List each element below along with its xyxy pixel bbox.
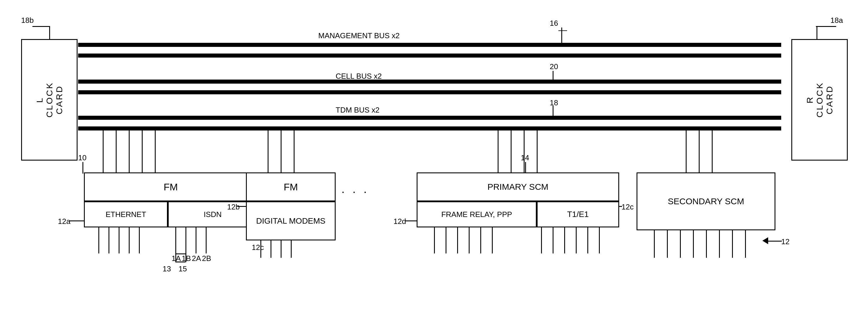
pin-eth-4 [129, 228, 130, 253]
pin-sscm-2 [667, 230, 668, 258]
ref12b-line [237, 206, 247, 207]
pin-eth-1 [98, 228, 99, 253]
primary-scm-label: PRIMARY SCM [488, 181, 549, 193]
pin-t1e1-4 [576, 228, 577, 253]
dots-label: · · · [341, 185, 369, 198]
pin-pscm-2 [445, 228, 446, 253]
vert-fm1-4 [142, 130, 143, 173]
ref14-line [525, 162, 526, 173]
vert-scm1-2 [511, 130, 512, 173]
ref-1A: 1A [172, 254, 181, 263]
fm2-box: FM [246, 173, 336, 201]
frame-relay-label: FRAME RELAY, PPP [441, 209, 512, 220]
primary-scm-box: PRIMARY SCM [416, 173, 619, 201]
vert-fm2-3 [294, 130, 294, 173]
ref-10: 10 [78, 153, 87, 162]
ref18a-line [816, 26, 836, 27]
pin-pscm-6 [492, 228, 493, 253]
pin-sscm-3 [680, 230, 681, 258]
ref-18: 18 [550, 98, 558, 107]
ref-2A: 2A [192, 254, 201, 263]
ref16-arrow [561, 28, 562, 43]
digital-modems-label: DIGITAL MODEMS [256, 215, 326, 226]
cell-bus-top [78, 80, 781, 84]
pin-t1e1-1 [541, 228, 542, 253]
vert-fm1-3 [129, 130, 130, 173]
ref12-arrowhead [763, 237, 768, 244]
vert-scm1-4 [537, 130, 537, 173]
pin-eth-2 [108, 228, 110, 253]
ref-14: 14 [521, 153, 529, 162]
ref20-arrow [553, 71, 554, 80]
management-bus-top [78, 43, 781, 47]
l-clock-card-label: L CLOCK CARD [35, 82, 64, 118]
ref-15: 15 [179, 265, 187, 273]
ref-20: 20 [550, 62, 558, 71]
fm1-box: FM [84, 173, 257, 201]
pin-sscm-8 [745, 230, 746, 258]
pin-pscm-4 [469, 228, 470, 253]
pin-isdn-2a [195, 228, 196, 253]
isdn-label: ISDN [204, 210, 222, 219]
ref12a-line [69, 220, 85, 221]
management-bus-label: MANAGEMENT BUS x2 [318, 31, 400, 40]
ref12d-line [405, 220, 417, 221]
ref-12c-right: 12c [621, 203, 633, 211]
pin-sscm-5 [706, 230, 707, 258]
vert-fm1-2 [116, 130, 117, 173]
management-bus-bottom [78, 54, 781, 58]
pin-isdn-2b [206, 228, 207, 253]
pin-sscm-4 [693, 230, 694, 258]
pin-isdn-1b [185, 228, 186, 253]
ref-18b: 18b [21, 16, 34, 25]
ethernet-box: ETHERNET [84, 201, 168, 228]
pin-t1e1-2 [553, 228, 554, 253]
pin-dm-2 [271, 240, 271, 258]
pin-t1e1-3 [564, 228, 565, 253]
pin-t1e1-5 [587, 228, 588, 253]
ref-16: 16 [550, 19, 558, 28]
r-clock-card-box: R CLOCK CARD [791, 39, 848, 160]
t1e1-box: T1/E1 [537, 201, 619, 228]
secondary-scm-box: SECONDARY SCM [637, 173, 775, 230]
ref18b-line [32, 26, 50, 27]
diagram: MANAGEMENT BUS x2 CELL BUS x2 TDM BUS x2… [0, 0, 868, 333]
frame-relay-box: FRAME RELAY, PPP [416, 201, 537, 228]
vert-fm1-1 [103, 130, 103, 173]
isdn-box: ISDN [168, 201, 257, 228]
ref-2B: 2B [202, 254, 211, 263]
pin-eth-3 [119, 228, 120, 253]
pin-eth-5 [139, 228, 140, 253]
secondary-scm-label: SECONDARY SCM [668, 195, 744, 207]
vert-scm1-1 [498, 130, 498, 173]
vert-scm1-3 [524, 130, 525, 173]
t1e1-label: T1/E1 [567, 210, 589, 219]
ref-12b: 12b [227, 203, 240, 211]
ref-1B: 1B [182, 254, 191, 263]
pin-pscm-1 [434, 228, 435, 253]
ref10-line [83, 162, 83, 174]
tdm-bus-label: TDM BUS x2 [336, 105, 380, 115]
ref18-arrow [553, 105, 554, 117]
pin-dm-3 [281, 240, 281, 258]
vert-fm2-1 [268, 130, 269, 173]
ref12c-short-line [619, 206, 622, 207]
ref18a-vert [816, 26, 817, 39]
vert-scm2-1 [686, 130, 687, 173]
fm1-label: FM [163, 181, 178, 193]
pin-pscm-3 [457, 228, 458, 253]
cell-bus-label: CELL BUS x2 [336, 72, 382, 81]
ref-12d: 12d [394, 217, 406, 226]
digital-modems-box: DIGITAL MODEMS [246, 201, 336, 240]
ref-12a: 12a [58, 217, 70, 226]
tdm-bus-top [78, 116, 781, 120]
r-clock-card-label: R CLOCK CARD [805, 82, 834, 118]
ref-12c-lower: 12c [252, 243, 264, 252]
ref16-line [558, 30, 567, 31]
pin-t1e1-6 [599, 228, 600, 253]
pin-dm-1 [260, 240, 261, 258]
pin-sscm-7 [732, 230, 733, 258]
ref-13: 13 [163, 265, 171, 273]
pin-sscm-1 [654, 230, 655, 258]
fm2-label: FM [283, 181, 298, 193]
